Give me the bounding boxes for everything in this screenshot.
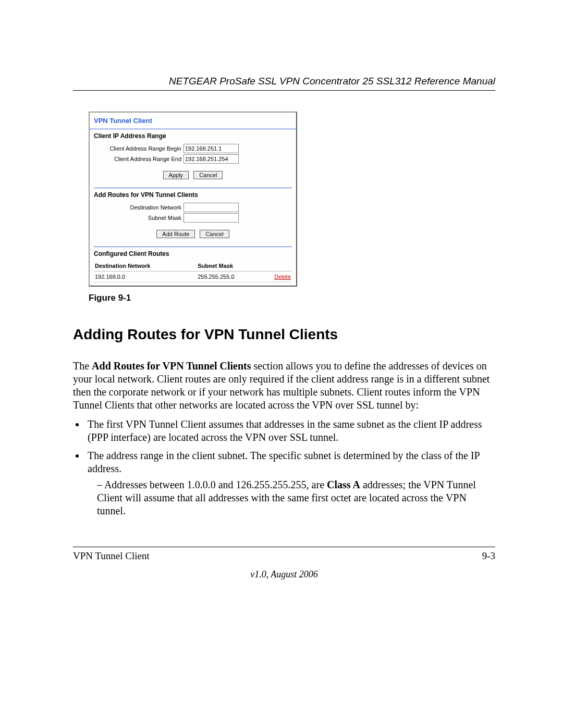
panel-separator [90, 129, 296, 129]
col-destination-network: Destination Network [94, 261, 197, 272]
footer-rule [73, 547, 495, 547]
bullet-list: The first VPN Tunnel Client assumes that… [85, 418, 495, 517]
range-begin-input[interactable] [183, 144, 239, 153]
dest-network-input[interactable] [183, 203, 239, 212]
sub-list-item: Addresses between 1.0.0.0 and 126.255.25… [97, 478, 495, 517]
panel-separator [94, 188, 292, 188]
list-item: The first VPN Tunnel Client assumes that… [85, 418, 495, 444]
page-header: NETGEAR ProSafe SSL VPN Concentrator 25 … [73, 76, 495, 87]
panel-separator [94, 246, 292, 247]
vpn-tunnel-client-panel: VPN Tunnel Client Client IP Address Rang… [89, 112, 297, 287]
add-route-button[interactable]: Add Route [156, 230, 195, 238]
intro-paragraph: The Add Routes for VPN Tunnel Clients se… [73, 360, 495, 412]
delete-link[interactable]: Delete [274, 274, 291, 280]
list-item: The address range in the client subnet. … [85, 449, 495, 517]
range-end-input[interactable] [183, 154, 239, 164]
cancel-button[interactable]: Cancel [193, 171, 223, 179]
header-rule [73, 90, 495, 91]
routes-table: Destination Network Subnet Mask 192.168.… [94, 261, 292, 282]
table-row: 192.168.0.0 255.255.255.0 Delete [94, 272, 292, 282]
col-subnet-mask: Subnet Mask [197, 261, 266, 272]
footer-left: VPN Tunnel Client [73, 550, 150, 562]
range-end-label: Client Address Range End [94, 156, 183, 162]
apply-button[interactable]: Apply [163, 171, 189, 179]
range-begin-label: Client Address Range Begin [94, 145, 183, 152]
panel-title: VPN Tunnel Client [90, 113, 296, 127]
add-routes-heading: Add Routes for VPN Tunnel Clients [94, 189, 292, 202]
figure-caption: Figure 9-1 [89, 293, 495, 303]
dest-network-label: Destination Network [94, 204, 183, 211]
cell-subnet-mask: 255.255.255.0 [197, 272, 266, 282]
footer-version: v1.0, August 2006 [73, 569, 495, 580]
cell-destination-network: 192.168.0.0 [94, 272, 197, 282]
footer-page-number: 9-3 [482, 550, 495, 562]
section-heading: Adding Routes for VPN Tunnel Clients [73, 326, 495, 343]
cancel-route-button[interactable]: Cancel [200, 230, 229, 238]
subnet-mask-label: Subnet Mask [94, 215, 183, 221]
subnet-mask-input[interactable] [183, 213, 239, 223]
ip-range-heading: Client IP Address Range [94, 130, 292, 143]
configured-routes-heading: Configured Client Routes [94, 248, 292, 261]
